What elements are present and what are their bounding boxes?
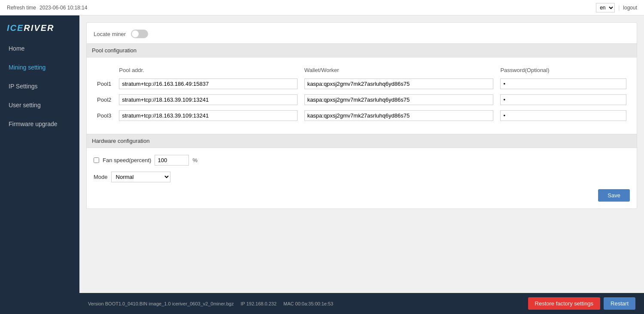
th-wallet: Wallet/Worker: [301, 64, 497, 76]
pool2-wallet-cell: [301, 92, 497, 108]
pool-config-header: Pool configuration: [87, 43, 637, 57]
fan-speed-unit: %: [192, 157, 197, 163]
pool3-wallet-cell: [301, 108, 497, 124]
footer-ip: IP 192.168.0.232: [240, 301, 276, 306]
save-button[interactable]: Save: [598, 189, 630, 202]
mac-label-text: MAC: [283, 301, 294, 306]
top-bar-left: Refresh time 2023-06-06 10:18:14: [7, 5, 87, 11]
th-password: Password(Optional): [497, 64, 630, 76]
table-row: Pool3: [94, 108, 630, 124]
fan-speed-input[interactable]: [155, 155, 189, 166]
version-value-text: BOOT1.0_0410.BIN image_1.0 iceriver_0603…: [105, 301, 234, 306]
pool1-wallet-cell: [301, 76, 497, 92]
main-layout: ICERIVER Home Mining setting IP Settings…: [0, 15, 644, 314]
footer-buttons: Restore factory settings Restart: [528, 297, 635, 310]
fan-speed-label: Fan speed(percent): [103, 157, 151, 163]
table-row: Pool2: [94, 92, 630, 108]
locate-miner-toggle[interactable]: [131, 30, 148, 38]
pool2-password-cell: [497, 92, 630, 108]
pool3-addr-cell: [115, 108, 301, 124]
hw-config-header: Hardware configuration: [87, 134, 637, 148]
pool3-wallet-input[interactable]: [304, 110, 494, 121]
pool2-label: Pool2: [94, 92, 115, 108]
restart-button[interactable]: Restart: [604, 297, 635, 310]
footer-version-label: Version BOOT1.0_0410.BIN image_1.0 iceri…: [88, 301, 234, 306]
footer-mac: MAC 00:0a:35:00:1e:53: [283, 301, 333, 306]
pool2-addr-input[interactable]: [119, 94, 297, 105]
toggle-slider: [131, 30, 148, 38]
mode-select[interactable]: Normal Low power High performance: [111, 172, 170, 182]
pool3-addr-input[interactable]: [119, 110, 297, 121]
main-content: Locate miner Pool configuration Pool a: [79, 15, 644, 293]
pool2-wallet-input[interactable]: [304, 94, 494, 105]
locate-miner-row: Locate miner: [94, 30, 630, 43]
th-pool-addr: Pool addr.: [115, 64, 301, 76]
pool3-password-cell: [497, 108, 630, 124]
sidebar-nav: Home Mining setting IP Settings User set…: [0, 39, 79, 133]
pool1-password-cell: [497, 76, 630, 92]
footer-info: Version BOOT1.0_0410.BIN image_1.0 iceri…: [88, 301, 333, 306]
pool3-password-input[interactable]: [500, 110, 626, 121]
pool2-password-input[interactable]: [500, 94, 626, 105]
pool1-addr-cell: [115, 76, 301, 92]
hw-config-row: Fan speed(percent) %: [94, 155, 630, 166]
mode-row: Mode Normal Low power High performance: [94, 172, 630, 182]
pool1-password-input[interactable]: [500, 78, 626, 89]
mac-value-text: 00:0a:35:00:1e:53: [295, 301, 334, 306]
pool2-addr-cell: [115, 92, 301, 108]
sidebar-item-ip-settings[interactable]: IP Settings: [0, 77, 79, 96]
locate-miner-label: Locate miner: [94, 31, 126, 37]
fan-speed-checkbox[interactable]: [94, 157, 99, 163]
ip-label-text: IP: [240, 301, 245, 306]
sidebar-item-mining-setting[interactable]: Mining setting: [0, 58, 79, 77]
language-select[interactable]: en zh: [596, 3, 615, 12]
pool1-wallet-input[interactable]: [304, 78, 494, 89]
main-card: Locate miner Pool configuration Pool a: [86, 22, 637, 209]
sidebar-logo: ICERIVER: [0, 15, 79, 39]
th-empty: [94, 64, 115, 76]
table-row: Pool1: [94, 76, 630, 92]
pool1-label: Pool1: [94, 76, 115, 92]
save-row: Save: [94, 182, 630, 202]
logout-link[interactable]: logout: [623, 5, 637, 11]
restore-factory-button[interactable]: Restore factory settings: [528, 297, 601, 310]
refresh-label: Refresh time: [7, 5, 36, 11]
sidebar: ICERIVER Home Mining setting IP Settings…: [0, 15, 79, 314]
separator: |: [618, 5, 620, 11]
app-wrapper: Refresh time 2023-06-06 10:18:14 en zh |…: [0, 0, 644, 314]
refresh-time: 2023-06-06 10:18:14: [39, 5, 87, 11]
top-bar-right: en zh | logout: [596, 3, 637, 12]
version-label-text: Version: [88, 301, 104, 306]
ip-value-text: 192.168.0.232: [246, 301, 276, 306]
logo: ICERIVER: [7, 23, 73, 33]
mode-label: Mode: [94, 174, 108, 180]
content-area: Locate miner Pool configuration Pool a: [79, 15, 644, 314]
sidebar-item-firmware-upgrade[interactable]: Firmware upgrade: [0, 115, 79, 133]
sidebar-item-user-setting[interactable]: User setting: [0, 96, 79, 115]
top-bar: Refresh time 2023-06-06 10:18:14 en zh |…: [0, 0, 644, 15]
pool1-addr-input[interactable]: [119, 78, 297, 89]
pool3-label: Pool3: [94, 108, 115, 124]
sidebar-item-home[interactable]: Home: [0, 39, 79, 58]
footer: Version BOOT1.0_0410.BIN image_1.0 iceri…: [79, 293, 644, 314]
pool-table: Pool addr. Wallet/Worker Password(Option…: [94, 64, 630, 124]
